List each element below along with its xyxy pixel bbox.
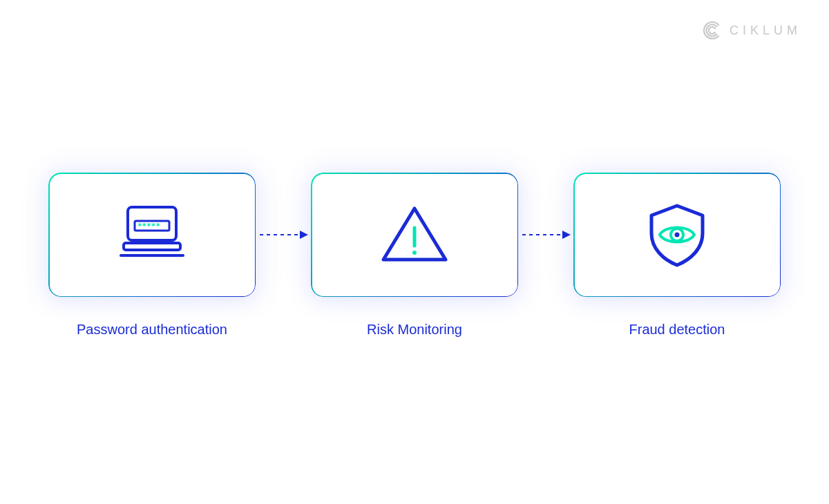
- flow-card-risk-monitoring: [311, 173, 518, 297]
- flow-node-label: Risk Monitoring: [367, 322, 462, 338]
- ciklum-mark-icon: [703, 21, 723, 40]
- svg-text:*****: *****: [137, 222, 160, 231]
- flow-arrow-icon: [256, 173, 311, 297]
- svg-point-8: [412, 251, 417, 255]
- shield-eye-icon: [639, 200, 715, 269]
- svg-rect-4: [124, 243, 180, 250]
- laptop-password-icon: *****: [114, 200, 190, 269]
- svg-point-11: [675, 233, 680, 238]
- process-flow: ***** Password authentication: [0, 173, 829, 338]
- flow-node: Risk Monitoring: [311, 173, 518, 338]
- flow-node: ***** Password authentication: [48, 173, 256, 338]
- diagram-canvas: CIKLUM *****: [0, 0, 829, 504]
- flow-node-label: Password authentication: [77, 322, 227, 338]
- brand-name-label: CIKLUM: [730, 23, 801, 38]
- brand-logo: CIKLUM: [703, 21, 801, 40]
- flow-arrow-icon: [518, 173, 573, 297]
- warning-triangle-icon: [377, 200, 452, 269]
- flow-node: Fraud detection: [573, 173, 781, 338]
- flow-node-label: Fraud detection: [629, 322, 725, 338]
- flow-card-fraud-detection: [573, 173, 781, 297]
- flow-card-password-authentication: *****: [48, 173, 256, 297]
